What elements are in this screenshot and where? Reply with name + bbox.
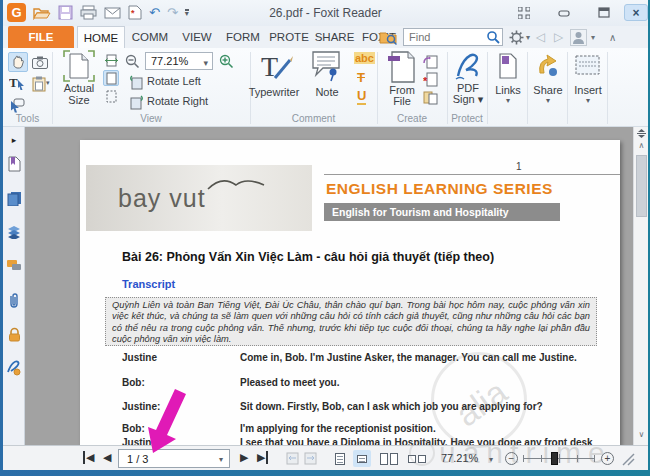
strikeout-tool[interactable]: T [357, 70, 365, 85]
redo-icon[interactable]: ↷ [167, 5, 178, 20]
rotate-right-icon[interactable] [127, 93, 145, 111]
scroll-up-icon[interactable]: ∧ [634, 141, 648, 150]
comments-panel-icon[interactable] [5, 257, 23, 275]
find-folder-icon[interactable] [379, 29, 399, 45]
undo-icon[interactable]: ↶ [149, 5, 160, 20]
links-caret-icon[interactable]: ▾ [487, 96, 529, 105]
account-icon[interactable] [570, 29, 587, 46]
clipboard-caret-icon[interactable]: ▾ [46, 79, 50, 87]
tools-group-caption: Tools [3, 113, 52, 124]
bayvut-logo-text: bay vut [86, 184, 206, 213]
split-view-handle[interactable] [637, 129, 646, 138]
zoom-out-icon[interactable] [123, 52, 141, 70]
email-icon[interactable] [104, 6, 121, 20]
tab-comment[interactable]: COMM [127, 26, 173, 48]
tab-view[interactable]: VIEW [175, 26, 219, 48]
new-document-icon[interactable]: * [128, 5, 142, 20]
rotate-left-icon[interactable] [127, 73, 145, 91]
continuous-view-button[interactable] [353, 450, 371, 467]
print-icon[interactable] [80, 5, 97, 20]
foxit-logo-icon[interactable]: G [7, 3, 26, 22]
single-page-view-button[interactable] [331, 450, 349, 467]
tab-file[interactable]: FILE [8, 26, 74, 48]
share-button[interactable] [536, 53, 560, 79]
minimize-button[interactable] [552, 4, 576, 21]
status-zoom-out-button[interactable]: − [505, 452, 518, 465]
account-caret-icon[interactable]: ▾ [591, 33, 595, 42]
open-file-icon[interactable] [33, 6, 51, 20]
rotate-right-label[interactable]: Rotate Right [147, 95, 208, 107]
snapshot-camera-icon[interactable] [31, 53, 49, 71]
continuous-facing-view-button[interactable] [405, 450, 429, 467]
from-scanner-icon[interactable] [421, 52, 439, 70]
tab-form[interactable]: FORM [221, 26, 265, 48]
previous-page-button[interactable]: ◀ [103, 451, 111, 464]
tab-share[interactable]: SHARE [313, 26, 356, 48]
title-bar: G * ↶ ↷ ▾ 26.pdf - Foxit Reader × [3, 0, 648, 26]
pdf-sign-button[interactable] [452, 50, 484, 82]
vertical-scrollbar[interactable]: ∧ ∨ [633, 127, 648, 445]
tab-home[interactable]: HOME [77, 26, 125, 48]
facing-view-button[interactable] [377, 450, 401, 467]
signature-panel-icon[interactable] [5, 359, 23, 377]
zoom-slider-thumb[interactable] [551, 452, 558, 465]
pages-panel-icon[interactable] [5, 189, 23, 207]
security-panel-icon[interactable] [5, 325, 23, 343]
page-list-caret-icon[interactable]: ▾ [219, 455, 223, 464]
status-zoom-caret-icon[interactable]: ▾ [489, 455, 493, 464]
fit-page-icon[interactable] [103, 70, 119, 86]
maximize-button[interactable] [592, 4, 616, 21]
zoom-combo[interactable]: 77.21%▾ [145, 52, 213, 70]
scrollbar-thumb[interactable] [636, 155, 647, 217]
zoom-in-icon[interactable] [217, 52, 235, 70]
annotation-arrow [138, 385, 198, 460]
select-annotation-tool-icon[interactable] [8, 96, 26, 114]
attachments-panel-icon[interactable] [5, 291, 23, 309]
typewriter-button[interactable]: T [257, 50, 293, 84]
collapse-ribbon-icon[interactable]: ∧ [609, 32, 616, 43]
settings-gear-icon[interactable] [509, 30, 524, 45]
scroll-down-icon[interactable]: ∨ [634, 430, 648, 439]
blank-page-icon[interactable]: * [421, 70, 439, 88]
zoom-caret-icon[interactable]: ▾ [203, 55, 208, 71]
page-number: 1 [516, 161, 522, 172]
close-button[interactable]: × [624, 4, 648, 21]
settings-caret-icon[interactable]: ▾ [526, 33, 530, 42]
full-screen-icon[interactable] [512, 4, 536, 21]
note-button[interactable] [311, 50, 343, 84]
search-icon[interactable] [487, 31, 500, 44]
actual-size-button[interactable] [63, 50, 95, 82]
previous-view-button[interactable] [285, 451, 300, 465]
insert-caret-icon[interactable]: ▾ [567, 96, 609, 105]
hand-tool-button[interactable] [8, 52, 28, 72]
underline-tool[interactable]: U [357, 88, 366, 105]
select-text-tool-icon[interactable]: T [8, 74, 26, 92]
from-file-button[interactable] [387, 50, 417, 84]
first-page-button[interactable]: ◀ [83, 451, 94, 464]
next-page-button[interactable]: ▶ [240, 451, 248, 464]
status-zoom-in-button[interactable]: + [601, 452, 614, 465]
zoom-slider-track[interactable] [523, 458, 595, 459]
share-caret-icon[interactable]: ▾ [527, 96, 569, 105]
expand-panel-icon[interactable]: ▸ [5, 131, 23, 149]
save-icon[interactable] [58, 5, 73, 20]
fit-visible-icon[interactable] [103, 88, 119, 104]
rotate-left-label[interactable]: Rotate Left [147, 75, 201, 87]
next-view-button[interactable] [303, 451, 318, 465]
history-forward-icon[interactable]: ▷ [554, 30, 563, 44]
from-clipboard-icon[interactable] [421, 88, 439, 106]
insert-button[interactable] [575, 55, 600, 75]
resize-grip-icon[interactable] [621, 452, 635, 466]
highlight-tool[interactable]: abc [354, 52, 375, 64]
lesson-heading: Bài 26: Phỏng Vấn Xin Việc Làm - câu hỏi… [122, 250, 494, 264]
tab-protect[interactable]: PROTE [267, 26, 311, 48]
bookmarks-panel-icon[interactable] [5, 155, 23, 173]
last-page-button[interactable]: ▶ [257, 451, 268, 464]
customize-quick-access-icon[interactable]: ▾ [185, 9, 189, 17]
fit-width-icon[interactable] [103, 52, 119, 68]
bayvut-logo: bay vut [86, 165, 312, 231]
svg-text:*: * [423, 75, 428, 87]
layers-panel-icon[interactable] [5, 223, 23, 241]
history-back-icon[interactable]: ◁ [536, 30, 545, 44]
links-button[interactable] [497, 53, 519, 79]
